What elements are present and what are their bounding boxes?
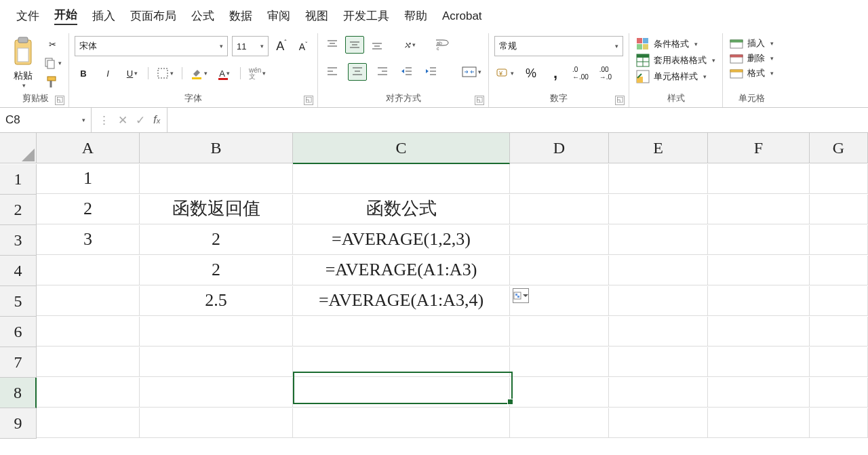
cell-A9[interactable] (37, 408, 140, 438)
font-name-select[interactable]: 宋体▾ (75, 36, 228, 56)
cell-G9[interactable] (810, 408, 868, 438)
col-header-C[interactable]: C (293, 133, 510, 164)
cell-F9[interactable] (708, 408, 810, 438)
align-right-button[interactable] (374, 64, 391, 80)
paste-options-button[interactable] (513, 288, 529, 303)
cell-C8[interactable] (293, 378, 510, 408)
align-launcher[interactable]: ◱ (475, 96, 484, 105)
row-header-9[interactable]: 9 (0, 408, 37, 439)
cell-F3[interactable] (708, 225, 810, 255)
row-header-2[interactable]: 2 (0, 195, 37, 225)
cell-G1[interactable] (810, 164, 868, 194)
cell-D1[interactable] (510, 164, 609, 194)
cell-D6[interactable] (510, 317, 609, 347)
cell-C3[interactable]: =AVERAGE(1,2,3) (293, 225, 510, 255)
cell-A7[interactable] (37, 347, 140, 377)
cell-C7[interactable] (293, 347, 510, 377)
cell-A1[interactable]: 1 (37, 164, 140, 194)
increase-indent-button[interactable] (422, 64, 440, 80)
cell-F1[interactable] (708, 164, 810, 194)
align-left-button[interactable] (323, 64, 341, 80)
fill-color-button[interactable]: ▾ (189, 65, 209, 81)
row-header-6[interactable]: 6 (0, 317, 37, 347)
row-header-1[interactable]: 1 (0, 164, 37, 195)
cell-E1[interactable] (609, 164, 708, 194)
row-header-7[interactable]: 7 (0, 347, 37, 378)
cell-D9[interactable] (510, 408, 609, 438)
menu-file[interactable]: 文件 (16, 8, 39, 24)
menu-data[interactable]: 数据 (229, 8, 252, 24)
clipboard-launcher[interactable]: ◱ (55, 96, 64, 105)
menu-help[interactable]: 帮助 (404, 8, 427, 24)
col-header-F[interactable]: F (708, 133, 810, 163)
paste-dropdown[interactable]: ▾ (9, 82, 38, 89)
cell-B2[interactable]: 函数返回值 (140, 195, 293, 224)
cell-D7[interactable] (510, 347, 609, 377)
cell-E2[interactable] (609, 195, 708, 224)
cell-D2[interactable] (510, 195, 609, 224)
cell-F6[interactable] (708, 317, 810, 347)
cell-B1[interactable] (140, 164, 293, 194)
cell-E9[interactable] (609, 408, 708, 438)
comma-button[interactable]: , (547, 65, 564, 81)
decrease-decimals-button[interactable]: .00→.0 (597, 65, 614, 81)
fx-button[interactable]: fx (153, 113, 160, 127)
selection-handle[interactable] (507, 399, 513, 405)
cell-B8[interactable] (140, 378, 293, 408)
cell-D8[interactable] (510, 378, 609, 408)
cell-F7[interactable] (708, 347, 810, 377)
italic-button[interactable]: I (99, 65, 117, 81)
decrease-font-button[interactable]: Aˇ (294, 38, 312, 54)
copy-button[interactable]: ▾ (42, 55, 63, 71)
row-header-8[interactable]: 8 (0, 378, 37, 408)
align-bottom-button[interactable] (368, 37, 386, 53)
phonetic-button[interactable]: wén文▾ (248, 65, 267, 81)
cell-C4[interactable]: =AVERAGE(A1:A3) (293, 256, 510, 285)
cancel-formula-button[interactable]: ✕ (118, 113, 127, 127)
cell-B3[interactable]: 2 (140, 225, 293, 255)
menu-home[interactable]: 开始 (54, 7, 77, 25)
col-header-E[interactable]: E (609, 133, 708, 163)
cell-F5[interactable] (708, 286, 810, 316)
cell-D4[interactable] (510, 256, 609, 285)
decrease-indent-button[interactable] (398, 64, 416, 80)
cell-E8[interactable] (609, 378, 708, 408)
cell-C6[interactable] (293, 317, 510, 347)
select-all-corner[interactable] (0, 133, 37, 163)
bold-button[interactable]: B (75, 65, 92, 81)
accounting-format-button[interactable]: ¥▾ (494, 65, 515, 81)
col-header-A[interactable]: A (37, 133, 140, 163)
number-format-select[interactable]: 常规▾ (494, 36, 623, 56)
worksheet[interactable]: A B C D E F G 1 1 2 2 函数返回值 函数公式 3 3 2 =… (0, 133, 868, 439)
row-header-5[interactable]: 5 (0, 286, 37, 317)
cell-G8[interactable] (810, 378, 868, 408)
cell-B6[interactable] (140, 317, 293, 347)
underline-button[interactable]: U▾ (123, 65, 141, 81)
wrap-text-button[interactable]: abc (433, 37, 451, 53)
cell-E4[interactable] (609, 256, 708, 285)
cell-D3[interactable] (510, 225, 609, 255)
cell-E3[interactable] (609, 225, 708, 255)
menu-formulas[interactable]: 公式 (191, 8, 214, 24)
col-header-D[interactable]: D (510, 133, 609, 163)
cell-B9[interactable] (140, 408, 293, 438)
row-header-4[interactable]: 4 (0, 256, 37, 286)
cell-G4[interactable] (810, 256, 868, 285)
cell-E5[interactable] (609, 286, 708, 316)
cell-A4[interactable] (37, 256, 140, 285)
menu-pagelayout[interactable]: 页面布局 (130, 8, 176, 24)
cell-E7[interactable] (609, 347, 708, 377)
cell-B4[interactable]: 2 (140, 256, 293, 285)
cell-C1[interactable] (293, 164, 510, 194)
borders-button[interactable]: ▾ (155, 65, 175, 81)
paste-button[interactable]: 粘贴 ▾ (8, 36, 38, 89)
conditional-format-button[interactable]: 条件格式▾ (635, 36, 717, 52)
cell-G7[interactable] (810, 347, 868, 377)
delete-cells-button[interactable]: 删除▾ (728, 51, 775, 66)
cell-A8[interactable] (37, 378, 140, 408)
align-middle-button[interactable] (345, 36, 364, 54)
menu-view[interactable]: 视图 (305, 8, 328, 24)
menu-review[interactable]: 审阅 (267, 8, 290, 24)
cell-C2[interactable]: 函数公式 (293, 195, 510, 224)
font-size-select[interactable]: 11▾ (232, 36, 269, 56)
